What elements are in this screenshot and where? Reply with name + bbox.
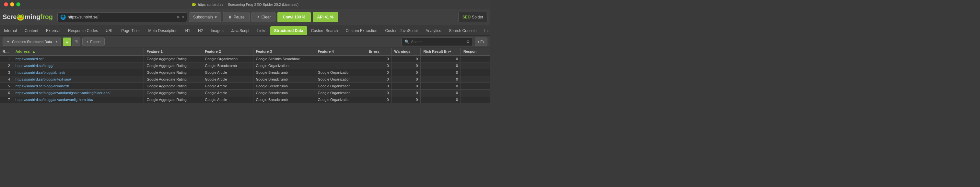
col-header-address[interactable]: Address ▲: [13, 48, 144, 55]
tab-search-console[interactable]: Search Console: [445, 26, 480, 35]
cell-feature2: Google Breadcrumb: [202, 62, 253, 69]
col-header-feature4[interactable]: Feature-4: [315, 48, 366, 55]
col-header-errors[interactable]: Errors: [366, 48, 391, 55]
cell-address[interactable]: https://sunbird.se/blogg/anvandarsignale…: [13, 90, 144, 97]
tab-link-m[interactable]: Link M: [480, 26, 490, 35]
cell-feature4: Google Organization: [315, 90, 366, 97]
subdomain-button[interactable]: Subdomain ▾: [189, 12, 221, 22]
cell-errors: 0: [366, 90, 391, 97]
tab-response-codes[interactable]: Response Codes: [64, 26, 102, 35]
cell-response: [461, 97, 490, 103]
tab-custom-search[interactable]: Custom Search: [307, 26, 342, 35]
col-header-feature3[interactable]: Feature-3: [253, 48, 315, 55]
export-button[interactable]: ↑ Export: [82, 38, 105, 46]
cell-feature1: Google Aggregate Rating: [144, 90, 202, 97]
crawl-button[interactable]: Crawl 100 %: [277, 12, 310, 22]
cell-feature3: Google Breadcrumb: [253, 90, 315, 97]
export-right-icon: ↑ Ex: [478, 40, 485, 44]
maximize-button[interactable]: [16, 2, 21, 6]
search-settings-icon[interactable]: ⚙: [466, 40, 470, 44]
filter-dropdown[interactable]: ▼ Contains Structured Data ▾: [3, 38, 61, 46]
toolbar: Scre🐸mingfrog 🌐 https://sunbird.se/ ✕ ▾ …: [0, 9, 490, 25]
tab-links[interactable]: Links: [253, 26, 270, 35]
cell-address[interactable]: https://sunbird.se/blogg/: [13, 62, 144, 69]
cell-row-num: 4: [0, 76, 13, 83]
sort-arrow-icon: ▲: [32, 49, 36, 53]
table-row[interactable]: 4 https://sunbird.se/blogg/ai-text-seo/ …: [0, 76, 490, 83]
url-clear-icon[interactable]: ✕: [176, 14, 180, 20]
tab-url[interactable]: URL: [102, 26, 117, 35]
cell-feature1: Google Aggregate Rating: [144, 97, 202, 103]
cell-row-num: 7: [0, 97, 13, 103]
tab-meta-description[interactable]: Meta Description: [145, 26, 181, 35]
cell-warnings: 0: [391, 69, 421, 76]
cell-feature4: [315, 55, 366, 62]
tab-external[interactable]: External: [42, 26, 64, 35]
cell-rich-result: 0: [421, 90, 461, 97]
table-row[interactable]: 7 https://sunbird.se/blogg/anvandarvanli…: [0, 97, 490, 103]
col-header-row[interactable]: Row: [0, 48, 13, 55]
cell-rich-result: 0: [421, 97, 461, 103]
col-header-feature2[interactable]: Feature-2: [202, 48, 253, 55]
clear-icon: ↺: [256, 15, 259, 19]
filter-label: Contains Structured Data: [12, 40, 52, 44]
list-view-button[interactable]: ≡: [63, 38, 71, 46]
cell-response: [461, 55, 490, 62]
pause-button[interactable]: ⏸ Pause: [223, 12, 250, 22]
cell-errors: 0: [366, 83, 391, 90]
export-icon: ↑: [86, 40, 89, 44]
clear-button[interactable]: ↺ Clear: [251, 12, 276, 22]
cell-feature3: Google Breadcrumb: [253, 69, 315, 76]
cell-address[interactable]: https://sunbird.se/blogg/ankartext/: [13, 83, 144, 90]
table-row[interactable]: 5 https://sunbird.se/blogg/ankartext/ Go…: [0, 83, 490, 90]
minimize-button[interactable]: [10, 2, 14, 6]
filter-icon: ▼: [6, 40, 10, 44]
tab-page-titles[interactable]: Page Titles: [117, 26, 144, 35]
search-input[interactable]: [411, 40, 465, 44]
table-row[interactable]: 3 https://sunbird.se/blogg/ab-test/ Goog…: [0, 69, 490, 76]
cell-address[interactable]: https://sunbird.se/blogg/anvandarvanlig-…: [13, 97, 144, 103]
cell-warnings: 0: [391, 90, 421, 97]
cell-feature2: Google Organization: [202, 55, 253, 62]
export-right-button[interactable]: ↑ Ex: [475, 38, 487, 46]
cell-address[interactable]: https://sunbird.se/blogg/ai-text-seo/: [13, 76, 144, 83]
tab-h2[interactable]: H2: [194, 26, 207, 35]
tab-javascript[interactable]: JavaScript: [228, 26, 253, 35]
api-button[interactable]: API 41 %: [313, 12, 338, 22]
search-box[interactable]: 🔍 ⚙: [401, 38, 473, 46]
url-chevron-icon[interactable]: ▾: [182, 15, 184, 19]
search-icon: 🔍: [404, 40, 409, 44]
url-bar[interactable]: 🌐 https://sunbird.se/ ✕ ▾: [57, 12, 187, 22]
cell-errors: 0: [366, 97, 391, 103]
list-icon: ≡: [66, 40, 68, 44]
cell-row-num: 2: [0, 62, 13, 69]
tab-custom-extraction[interactable]: Custom Extraction: [342, 26, 381, 35]
cell-warnings: 0: [391, 83, 421, 90]
tab-analytics[interactable]: Analytics: [422, 26, 445, 35]
tree-view-button[interactable]: ⊞: [72, 38, 80, 46]
cell-feature2: Google Article: [202, 76, 253, 83]
close-button[interactable]: [4, 2, 8, 6]
cell-address[interactable]: https://sunbird.se/: [13, 55, 144, 62]
cell-response: [461, 90, 490, 97]
cell-feature4: Google Organization: [315, 76, 366, 83]
cell-address[interactable]: https://sunbird.se/blogg/ab-test/: [13, 69, 144, 76]
table-row[interactable]: 6 https://sunbird.se/blogg/anvandarsigna…: [0, 90, 490, 97]
cell-warnings: 0: [391, 62, 421, 69]
api-label: API 41 %: [317, 15, 334, 19]
tab-custom-javascript[interactable]: Custom JavaScript: [381, 26, 422, 35]
table-row[interactable]: 1 https://sunbird.se/ Google Aggregate R…: [0, 55, 490, 62]
tab-images[interactable]: Images: [207, 26, 227, 35]
tab-h1[interactable]: H1: [181, 26, 194, 35]
col-header-rich-result[interactable]: Rich Result Err+: [421, 48, 461, 55]
cell-row-num: 1: [0, 55, 13, 62]
cell-feature4: Google Organization: [315, 69, 366, 76]
col-header-warnings[interactable]: Warnings: [391, 48, 421, 55]
tab-content[interactable]: Content: [21, 26, 42, 35]
tab-structured-data[interactable]: Structured Data: [270, 26, 307, 35]
table-row[interactable]: 2 https://sunbird.se/blogg/ Google Aggre…: [0, 62, 490, 69]
col-header-response[interactable]: Respon: [461, 48, 490, 55]
col-header-feature1[interactable]: Feature-1: [144, 48, 202, 55]
tab-internal[interactable]: Internal: [0, 26, 21, 35]
seo-spider-button[interactable]: SEO Spider: [458, 12, 487, 22]
